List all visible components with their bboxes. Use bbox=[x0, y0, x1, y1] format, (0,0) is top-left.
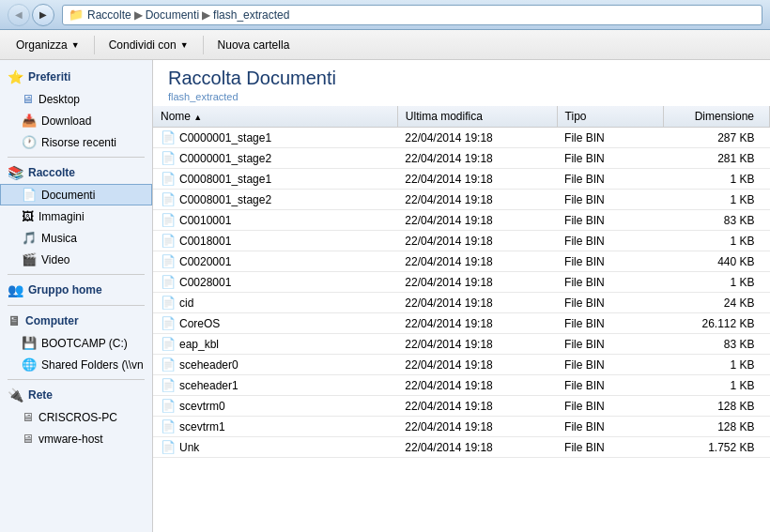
file-type: File BIN bbox=[557, 251, 663, 272]
file-bin-icon: 📄 bbox=[161, 172, 176, 186]
file-bin-icon: 📄 bbox=[161, 213, 176, 227]
col-header-type[interactable]: Tipo bbox=[557, 106, 663, 128]
file-date: 22/04/2014 19:18 bbox=[397, 272, 557, 293]
file-size: 440 KB bbox=[663, 251, 769, 272]
table-row[interactable]: 📄 C0010001 22/04/2014 19:18 File BIN 83 … bbox=[153, 210, 770, 231]
sidebar-item-video[interactable]: 🎬 Video bbox=[0, 249, 152, 270]
recent-icon: 🕐 bbox=[22, 135, 37, 149]
breadcrumb[interactable]: 📁 Raccolte ▶ Documenti ▶ flash_extracted bbox=[62, 5, 762, 25]
file-size: 128 KB bbox=[663, 396, 769, 417]
table-row[interactable]: 📄 C0000001_stage1 22/04/2014 19:18 File … bbox=[153, 128, 770, 148]
table-row[interactable]: 📄 CoreOS 22/04/2014 19:18 File BIN 26.11… bbox=[153, 313, 770, 334]
file-name: C0000001_stage2 bbox=[179, 152, 271, 165]
table-row[interactable]: 📄 C0008001_stage1 22/04/2014 19:18 File … bbox=[153, 169, 770, 190]
breadcrumb-part-3: flash_extracted bbox=[213, 8, 289, 22]
sidebar-item-desktop[interactable]: 🖥 Desktop bbox=[0, 88, 152, 110]
table-row[interactable]: 📄 C0028001 22/04/2014 19:18 File BIN 1 K… bbox=[153, 272, 770, 293]
file-name-cell[interactable]: 📄 C0020001 bbox=[153, 251, 397, 272]
sidebar-item-risorse-recenti[interactable]: 🕐 Risorse recenti bbox=[0, 131, 152, 153]
sidebar-item-download[interactable]: 📥 Download bbox=[0, 110, 152, 131]
file-name: C0020001 bbox=[179, 255, 231, 268]
file-date: 22/04/2014 19:18 bbox=[397, 355, 557, 375]
file-name-cell[interactable]: 📄 C0008001_stage2 bbox=[153, 190, 397, 210]
file-date: 22/04/2014 19:18 bbox=[397, 293, 557, 313]
condividi-button[interactable]: Condividi con ▼ bbox=[100, 35, 197, 55]
sidebar-item-bootcamp[interactable]: 💾 BOOTCAMP (C:) bbox=[0, 332, 152, 354]
sidebar-divider-3 bbox=[8, 305, 145, 306]
musica-icon: 🎵 bbox=[22, 231, 37, 245]
file-bin-icon: 📄 bbox=[161, 192, 176, 206]
file-size: 287 KB bbox=[663, 128, 769, 148]
file-name-cell[interactable]: 📄 Unk bbox=[153, 437, 397, 458]
file-name-cell[interactable]: 📄 scevtrm0 bbox=[153, 396, 397, 417]
nuova-cartella-button[interactable]: Nuova cartella bbox=[209, 35, 299, 55]
table-row[interactable]: 📄 C0018001 22/04/2014 19:18 File BIN 1 K… bbox=[153, 231, 770, 251]
file-bin-icon: 📄 bbox=[161, 357, 176, 372]
sidebar-item-criscros[interactable]: 🖥 CRISCROS-PC bbox=[0, 406, 152, 428]
table-row[interactable]: 📄 C0020001 22/04/2014 19:18 File BIN 440… bbox=[153, 251, 770, 272]
file-name-cell[interactable]: 📄 C0000001_stage2 bbox=[153, 148, 397, 169]
file-bin-icon: 📄 bbox=[161, 399, 176, 413]
files-table: Nome Ultima modifica Tipo Dimensione bbox=[153, 106, 770, 458]
file-name-cell[interactable]: 📄 C0028001 bbox=[153, 272, 397, 293]
toolbar-separator-1 bbox=[94, 36, 95, 54]
file-size: 1 KB bbox=[663, 231, 769, 251]
file-name-cell[interactable]: 📄 C0018001 bbox=[153, 231, 397, 251]
sidebar-item-musica[interactable]: 🎵 Musica bbox=[0, 227, 152, 249]
file-name-cell[interactable]: 📄 cid bbox=[153, 293, 397, 313]
table-row[interactable]: 📄 eap_kbl 22/04/2014 19:18 File BIN 83 K… bbox=[153, 334, 770, 355]
file-size: 83 KB bbox=[663, 210, 769, 231]
file-type: File BIN bbox=[557, 128, 663, 148]
file-date: 22/04/2014 19:18 bbox=[397, 313, 557, 334]
file-name-cell[interactable]: 📄 C0008001_stage1 bbox=[153, 169, 397, 190]
col-header-name[interactable]: Nome bbox=[153, 106, 397, 128]
sidebar-item-vmware[interactable]: 🖥 vmware-host bbox=[0, 428, 152, 449]
sidebar-group-computer: 🖥 Computer bbox=[0, 310, 152, 332]
sidebar: ⭐ Preferiti 🖥 Desktop 📥 Download 🕐 Risor… bbox=[0, 60, 153, 532]
sidebar-item-documenti[interactable]: 📄 Documenti bbox=[0, 184, 152, 205]
file-size: 1 KB bbox=[663, 272, 769, 293]
col-header-date[interactable]: Ultima modifica bbox=[397, 106, 557, 128]
file-bin-icon: 📄 bbox=[161, 316, 176, 330]
file-name-cell[interactable]: 📄 CoreOS bbox=[153, 313, 397, 334]
sidebar-section-raccolte: 📚 Raccolte 📄 Documenti 🖼 Immagini 🎵 Musi… bbox=[0, 161, 152, 270]
sidebar-item-shared[interactable]: 🌐 Shared Folders (\\vn bbox=[0, 354, 152, 375]
file-type: File BIN bbox=[557, 231, 663, 251]
table-row[interactable]: 📄 cid 22/04/2014 19:18 File BIN 24 KB bbox=[153, 293, 770, 313]
file-size: 128 KB bbox=[663, 417, 769, 437]
sidebar-item-immagini[interactable]: 🖼 Immagini bbox=[0, 205, 152, 227]
forward-button[interactable]: ▶ bbox=[32, 4, 54, 26]
file-name: C0028001 bbox=[179, 276, 231, 289]
condividi-chevron-icon: ▼ bbox=[180, 40, 189, 50]
table-row[interactable]: 📄 sceheader0 22/04/2014 19:18 File BIN 1… bbox=[153, 355, 770, 375]
file-type: File BIN bbox=[557, 417, 663, 437]
file-type: File BIN bbox=[557, 272, 663, 293]
file-name-cell[interactable]: 📄 scevtrm1 bbox=[153, 417, 397, 437]
file-name-cell[interactable]: 📄 eap_kbl bbox=[153, 334, 397, 355]
back-button[interactable]: ◀ bbox=[8, 4, 30, 26]
content-title: Raccolta Documenti bbox=[168, 68, 755, 89]
table-row[interactable]: 📄 C0000001_stage2 22/04/2014 19:18 File … bbox=[153, 148, 770, 169]
file-name-cell[interactable]: 📄 C0000001_stage1 bbox=[153, 128, 397, 148]
content-table[interactable]: Nome Ultima modifica Tipo Dimensione bbox=[153, 106, 770, 532]
file-bin-icon: 📄 bbox=[161, 275, 176, 289]
table-row[interactable]: 📄 C0008001_stage2 22/04/2014 19:18 File … bbox=[153, 190, 770, 210]
table-row[interactable]: 📄 scevtrm1 22/04/2014 19:18 File BIN 128… bbox=[153, 417, 770, 437]
file-name: C0008001_stage2 bbox=[179, 193, 271, 206]
sidebar-divider-4 bbox=[8, 379, 145, 380]
computer-icon: 🖥 bbox=[8, 313, 21, 328]
table-row[interactable]: 📄 scevtrm0 22/04/2014 19:18 File BIN 128… bbox=[153, 396, 770, 417]
file-type: File BIN bbox=[557, 334, 663, 355]
file-size: 83 KB bbox=[663, 334, 769, 355]
organizza-button[interactable]: Organizza ▼ bbox=[8, 35, 88, 55]
file-date: 22/04/2014 19:18 bbox=[397, 417, 557, 437]
file-name-cell[interactable]: 📄 sceheader1 bbox=[153, 375, 397, 396]
file-name-cell[interactable]: 📄 sceheader0 bbox=[153, 355, 397, 375]
sidebar-group-rete: 🔌 Rete bbox=[0, 384, 152, 406]
file-name-cell[interactable]: 📄 C0010001 bbox=[153, 210, 397, 231]
table-row[interactable]: 📄 Unk 22/04/2014 19:18 File BIN 1.752 KB bbox=[153, 437, 770, 458]
col-header-size[interactable]: Dimensione bbox=[663, 106, 769, 128]
table-row[interactable]: 📄 sceheader1 22/04/2014 19:18 File BIN 1… bbox=[153, 375, 770, 396]
file-bin-icon: 📄 bbox=[161, 337, 176, 351]
file-bin-icon: 📄 bbox=[161, 234, 176, 248]
